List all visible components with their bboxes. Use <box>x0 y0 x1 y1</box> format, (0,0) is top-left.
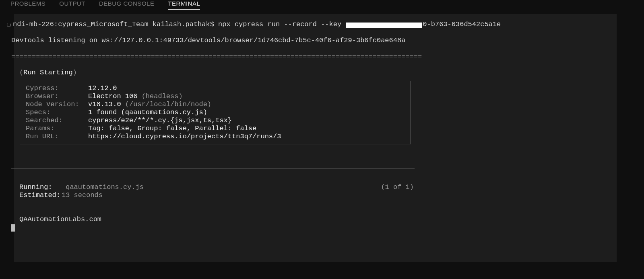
info-value-params: Tag: false, Group: false, Parallel: fals… <box>88 125 256 133</box>
info-label-specs: Specs: <box>26 109 88 117</box>
estimated-label: Estimated: <box>19 191 62 199</box>
info-label-node: Node Version: <box>26 101 88 109</box>
running-file: qaautomations.cy.js <box>66 183 144 191</box>
command-text-part2: 0-b763-636d542c5a1e <box>423 21 501 29</box>
info-value-searched: cypress/e2e/**/*.cy.{js,jsx,ts,tsx} <box>88 117 232 125</box>
info-label-browser: Browser: <box>26 92 88 101</box>
info-value-specs: 1 found (qaautomations.cy.js) <box>88 109 207 117</box>
run-starting-header: (Run Starting) <box>14 69 617 77</box>
info-value-browser: Electron 106 (headless) <box>88 92 183 101</box>
tab-debug-console[interactable]: DEBUG CONSOLE <box>99 0 154 9</box>
info-label-runurl: Run URL: <box>26 133 88 141</box>
info-label-params: Params: <box>26 125 88 133</box>
terminal-output[interactable]: ndi-mb-226:cypress_Microsoft_Team kailas… <box>14 14 617 262</box>
shell-prompt: ndi-mb-226:cypress_Microsoft_Team kailas… <box>13 21 218 29</box>
spinner-icon <box>7 23 11 27</box>
info-value-runurl: https://cloud.cypress.io/projects/ttn3q7… <box>88 133 281 141</box>
running-label: Running: <box>19 183 62 191</box>
info-label-searched: Searched: <box>26 117 88 125</box>
info-value-node: v18.13.0 (/usr/local/bin/node) <box>88 101 211 109</box>
command-text-part1: npx cypress run --record --key <box>218 21 345 29</box>
info-value-cypress: 12.12.0 <box>88 84 117 92</box>
running-count: (1 of 1) <box>381 183 414 191</box>
redacted-key <box>346 23 422 28</box>
devtools-line: DevTools listening on ws://127.0.0.1:497… <box>11 37 617 45</box>
tab-output[interactable]: OUTPUT <box>59 0 85 9</box>
divider-line: ========================================… <box>11 53 617 61</box>
tab-terminal[interactable]: TERMINAL <box>168 0 200 10</box>
run-info-box: Cypress: 12.12.0 Browser: Electron 106 (… <box>20 81 411 144</box>
info-label-cypress: Cypress: <box>26 84 88 92</box>
spec-describe: QAAutomationLabs.com <box>14 215 617 224</box>
section-divider <box>11 168 415 169</box>
tab-problems[interactable]: PROBLEMS <box>10 0 45 9</box>
estimated-value: 13 seconds <box>62 191 617 199</box>
terminal-cursor <box>11 224 15 232</box>
panel-tabs: PROBLEMS OUTPUT DEBUG CONSOLE TERMINAL <box>0 0 644 11</box>
